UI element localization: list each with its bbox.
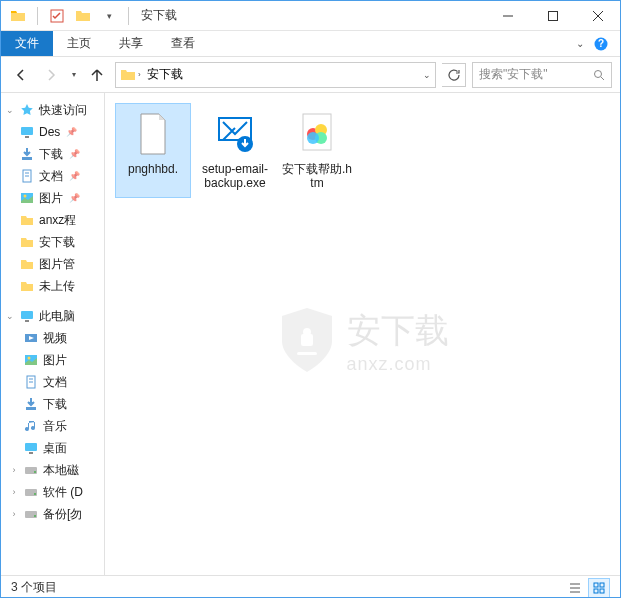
file-item[interactable]: setup-email-backup.exe [197,103,273,198]
svg-rect-26 [25,443,37,451]
address-bar[interactable]: › 安下载 ⌄ [115,62,436,88]
file-item[interactable]: pnghhbd. [115,103,191,198]
sidebar-item[interactable]: › 本地磁 [1,459,104,481]
folder-icon [120,67,136,83]
sidebar-label: 下载 [43,396,67,413]
sidebar-item[interactable]: 未上传 [1,275,104,297]
file-list[interactable]: 安下载 anxz.com pnghhbd. setup-email-backup… [105,93,620,575]
expand-icon[interactable]: › [9,465,19,475]
tab-file[interactable]: 文件 [1,31,53,56]
folder-icon [19,278,35,294]
sidebar-item[interactable]: anxz程 [1,209,104,231]
sidebar-item[interactable]: 图片管 [1,253,104,275]
window-title: 安下载 [141,7,177,24]
sidebar-item[interactable]: › 备份[勿 [1,503,104,525]
sidebar-label: 下载 [39,146,63,163]
help-icon[interactable]: ? [594,37,608,51]
folder-icon[interactable] [72,5,94,27]
properties-icon[interactable] [46,5,68,27]
icons-view-button[interactable] [588,578,610,598]
sidebar-label: 图片管 [39,256,75,273]
sidebar-label: 快速访问 [39,102,87,119]
sidebar-item[interactable]: 安下载 [1,231,104,253]
watermark-text-en: anxz.com [347,354,449,375]
chevron-right-icon[interactable]: › [136,70,143,79]
forward-button[interactable] [39,63,63,87]
svg-rect-25 [26,407,36,410]
sidebar-item[interactable]: 文档 [1,165,104,187]
svg-point-29 [34,471,36,473]
svg-rect-48 [600,583,604,587]
file-label: pnghhbd. [128,162,178,176]
refresh-button[interactable] [442,63,466,87]
videos-icon [23,330,39,346]
svg-rect-36 [297,352,317,355]
up-button[interactable] [85,63,109,87]
address-segment[interactable]: 安下载 [143,66,187,83]
sidebar-label: 本地磁 [43,462,79,479]
history-dropdown[interactable]: ▾ [69,70,79,79]
title-bar: ▾ 安下载 [1,1,620,31]
tab-home[interactable]: 主页 [53,31,105,56]
maximize-button[interactable] [530,2,575,30]
desktop-icon [19,124,35,140]
sidebar-label: 软件 (D [43,484,83,501]
close-button[interactable] [575,2,620,30]
sidebar-label: Des [39,125,60,139]
folder-icon [19,234,35,250]
sidebar-label: 音乐 [43,418,67,435]
file-item[interactable]: 安下载帮助.htm [279,103,355,198]
minimize-button[interactable] [485,2,530,30]
sidebar-item-thispc[interactable]: ⌄ 此电脑 [1,305,104,327]
file-icon [293,110,341,158]
sidebar-item[interactable]: 视频 [1,327,104,349]
downloads-icon [19,146,35,162]
sidebar-item[interactable]: 图片 [1,349,104,371]
sidebar-label: 安下载 [39,234,75,251]
svg-rect-17 [21,311,33,319]
svg-point-34 [303,328,311,336]
pictures-icon [23,352,39,368]
sidebar-label: 图片 [39,190,63,207]
sidebar-item-quickaccess[interactable]: ⌄ 快速访问 [1,99,104,121]
sidebar-item[interactable]: › 软件 (D [1,481,104,503]
svg-text:?: ? [598,38,604,49]
sidebar-label: 此电脑 [39,308,75,325]
search-input[interactable]: 搜索"安下载" [472,62,612,88]
navigation-bar: ▾ › 安下载 ⌄ 搜索"安下载" [1,57,620,93]
pictures-icon [19,190,35,206]
ribbon-right: ⌄ ? [576,31,620,56]
back-button[interactable] [9,63,33,87]
tab-share[interactable]: 共享 [105,31,157,56]
address-dropdown-icon[interactable]: ⌄ [423,70,431,80]
window-controls [485,2,620,30]
computer-icon [19,308,35,324]
sidebar-item[interactable]: 图片 [1,187,104,209]
watermark: 安下载 anxz.com [277,306,449,376]
tab-view[interactable]: 查看 [157,31,209,56]
file-label: 安下载帮助.htm [282,162,352,191]
svg-rect-11 [22,157,32,160]
collapse-icon[interactable]: ⌄ [5,311,15,321]
sidebar-item[interactable]: 文档 [1,371,104,393]
sidebar-item[interactable]: 桌面 [1,437,104,459]
sidebar-item[interactable]: 下载 [1,143,104,165]
expand-ribbon-icon[interactable]: ⌄ [576,38,584,49]
sidebar-item[interactable]: Des [1,121,104,143]
sidebar-item[interactable]: 音乐 [1,415,104,437]
svg-rect-18 [25,320,29,322]
file-icon [129,110,177,158]
svg-line-8 [601,77,604,80]
sidebar-label: 备份[勿 [43,506,82,523]
quick-access-toolbar: ▾ [1,5,133,27]
sidebar-item[interactable]: 下载 [1,393,104,415]
expand-icon[interactable]: › [9,509,19,519]
dropdown-icon[interactable]: ▾ [98,5,120,27]
collapse-icon[interactable]: ⌄ [5,105,15,115]
details-view-button[interactable] [564,578,586,598]
svg-point-7 [595,70,602,77]
expand-icon[interactable]: › [9,487,19,497]
search-icon [593,69,605,81]
explorer-body: ⌄ 快速访问 Des 下载 文档 图片 anxz程 安下载 [1,93,620,575]
svg-rect-50 [600,589,604,593]
